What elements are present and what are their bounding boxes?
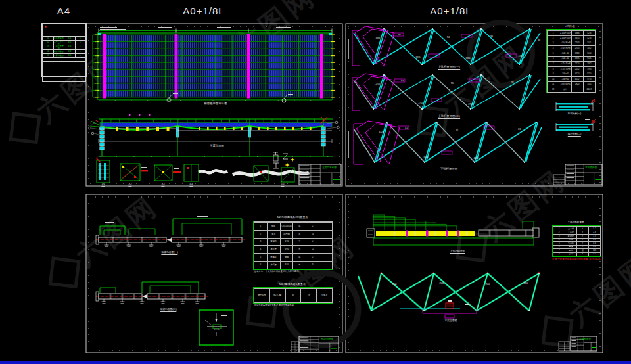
- bottom-blue-bar: [0, 361, 631, 364]
- member-label: N2: [398, 34, 401, 36]
- table-note: 注:锚具组装数量按全桥计,表中不含损耗量。: [254, 304, 296, 307]
- table-title: M2.7型锚具组装数量表: [279, 283, 306, 286]
- table-row: 4 ∠90×90×8 2755 30.2: [548, 46, 596, 51]
- table-row: 2 ∠100×100×10 3375 52.4: [548, 35, 596, 41]
- assembly-caption: 上弦杆组拼图: [450, 250, 465, 254]
- detail-caption: 1-1: [101, 183, 105, 187]
- table-row: 6 排气管 Φ20 m 3: [254, 262, 333, 269]
- sheet-size-label: A0+1/8L: [430, 5, 471, 16]
- index-rows: 01 总体布置图 S-1 √ 02 上弦杆展开图 S-2 √ 03 下弦杆展开图…: [43, 36, 86, 58]
- p1-plan-view: [93, 27, 335, 101]
- table-body: 1 锚板 Q345 δ=40 块 2 2 夹片 45号钢 套 54 3 螺旋筋: [254, 223, 333, 269]
- table-row: 4 波纹管 Φ90 m 12: [254, 246, 333, 254]
- table-row: 1 锚板 Q345 δ=40 块 2: [254, 223, 333, 231]
- truss-caption: 支架立面图: [445, 320, 457, 323]
- component-caption: 腹杆大样(二): [568, 133, 581, 137]
- table-note: 注:表中为一个锚头的材料数量,已计入2.5%损耗。: [254, 271, 301, 273]
- table-row: 10 -300×10 4132 97.3: [548, 77, 596, 82]
- title-block-drawing-name: 主梁总布置图: [322, 167, 337, 170]
- table-title: M2.7-Ⅰ(Ⅱ)型锚具材料数量表: [277, 216, 308, 219]
- plan-caption: 桥面板平面布置图: [204, 102, 227, 106]
- detail-caption: 2-2: [128, 183, 131, 187]
- table-body: 1 ∠100×100×10 3386 52.6 2 ∠100×100×10 33…: [548, 31, 596, 93]
- cad-sheet: 六图网 六图网 六图网 六图网 六图网 六图网 六图网 A4 A0+1/8L A…: [0, 0, 631, 364]
- red-note: 注:表中数量为单榀支架的材料数量,未计入损耗。: [552, 258, 603, 261]
- component-caption: 腹杆大样(一): [568, 113, 581, 116]
- anchor-material-table: 1 锚板 Q345 δ=40 块 2 2 夹片 45号钢 套 54 3 螺旋筋: [253, 221, 333, 270]
- index-row: 03 下弦杆展开图 S-3 √: [43, 45, 86, 49]
- member-label: X2: [456, 130, 458, 132]
- truss-caption: 上弦杆展开图(二): [438, 115, 460, 119]
- member-label: N3: [401, 80, 404, 82]
- member-label: N8: [538, 39, 540, 41]
- table-row: 1 ∠100×100×10 3386 52.6: [548, 31, 596, 36]
- material-table: 1 ∠100×100×10 3386 52.6 2 ∠100×100×10 33…: [546, 29, 596, 93]
- title-block-drawing-name: 弦杆展开图: [585, 167, 597, 170]
- member-label: 2500: [392, 284, 397, 286]
- member-label: 4132: [424, 156, 429, 158]
- table-row: 8 合 计 t 9.7: [553, 252, 601, 256]
- table-row: 5 -340×10 3386 90.4: [548, 51, 596, 57]
- title-block-drawing-name: 支架构造图: [579, 338, 591, 341]
- member-label: 2500: [486, 284, 490, 286]
- member-label: 2743: [469, 104, 473, 106]
- truss-caption: 下弦杆展开图: [440, 168, 457, 171]
- detail-caption: 5-5: [281, 183, 284, 187]
- member-label: 4120: [379, 131, 384, 133]
- truss-caption: 上弦杆展开图(一): [438, 66, 460, 70]
- table-body: 1 上弦杆 t 3.2 2 下弦杆 t 2.8 3 斜腹杆 t 1.9 4 横 …: [553, 227, 601, 256]
- elevation-caption: 主梁立面图: [210, 145, 224, 148]
- member-label: 3386: [466, 58, 471, 60]
- title-block-drawing-name: 锚梁构造图: [321, 338, 333, 341]
- member-label: N5: [451, 83, 454, 85]
- table-row: 5 锚垫板 铸钢 块 2: [254, 254, 333, 262]
- table-body: 锚具组件 M2.7-Ⅰ型 套 28 含夹片: [254, 289, 333, 303]
- table-row: 锚具组件 M2.7-Ⅰ型 套 28 含夹片: [254, 289, 333, 303]
- detail-caption: 3-3: [161, 183, 164, 187]
- member-label: 3375: [519, 55, 523, 57]
- beam-caption: 锚梁构造图(二): [160, 309, 176, 312]
- member-label: 2743: [376, 83, 381, 85]
- index-table: ★ 01 总体布置图 S-1 √ 02 上弦杆展开图 S-2 √: [41, 23, 87, 77]
- table-title: 材 料 表: [566, 24, 575, 28]
- member-label: 3375: [416, 57, 421, 58]
- index-row: 02 上弦杆展开图 S-2 √: [43, 40, 86, 45]
- support-material-table: 1 上弦杆 t 3.2 2 下弦杆 t 2.8 3 斜腹杆 t 1.9 4 横 …: [552, 225, 601, 257]
- detail-caption: 4-4: [189, 183, 193, 187]
- table-row: 6 -340×10 3375 90.1: [548, 57, 596, 62]
- table-row: 3 ∠90×90×8 2743 30.1: [548, 41, 596, 46]
- beam-caption: 锚梁构造图(一): [161, 252, 177, 255]
- table-row: 9 -300×10 4120 97.0: [548, 72, 596, 77]
- member-label: X1: [405, 127, 408, 129]
- p1-detail-views: [96, 152, 309, 183]
- table-row: 3 螺旋筋 Φ16 个 2: [254, 238, 333, 246]
- p4-chord-assembly: [367, 215, 539, 245]
- table-row: 2 夹片 45号钢 套 54: [254, 230, 333, 238]
- member-label: N7: [511, 81, 514, 83]
- anchor-assembly-table: 锚具组件 M2.7-Ⅰ型 套 28 含夹片: [253, 287, 333, 304]
- member-label: 3386: [376, 37, 381, 39]
- member-label: 2500: [524, 283, 528, 284]
- table-row: 11 ∠63×63×6 1820 10.5: [548, 82, 596, 87]
- member-label: 2500: [440, 283, 444, 284]
- table-row: 7 ∠75×75×8 2120 19.2: [548, 61, 596, 66]
- p4-support-truss: [358, 272, 540, 318]
- table-row: 8 ∠75×75×8 2132 19.3: [548, 66, 596, 72]
- member-label: 4120: [474, 158, 479, 160]
- table-row: 12 合计 640.9: [548, 87, 596, 93]
- member-label: 2755: [419, 102, 423, 104]
- sheet-size-label: A4: [57, 5, 70, 16]
- p2-truss-elevations: [348, 26, 542, 164]
- drawing-canvas: [0, 0, 631, 364]
- p3-detail-box: [199, 310, 233, 345]
- table-title: 主要材料数量表: [567, 221, 584, 223]
- member-label: N6: [490, 35, 493, 37]
- sheet-size-label: A0+1/8L: [183, 5, 224, 16]
- member-label: X3: [518, 129, 521, 131]
- red-flag-icon: ★: [44, 24, 47, 28]
- p3-anchor-beams: [96, 216, 245, 304]
- member-label: N4: [447, 37, 450, 39]
